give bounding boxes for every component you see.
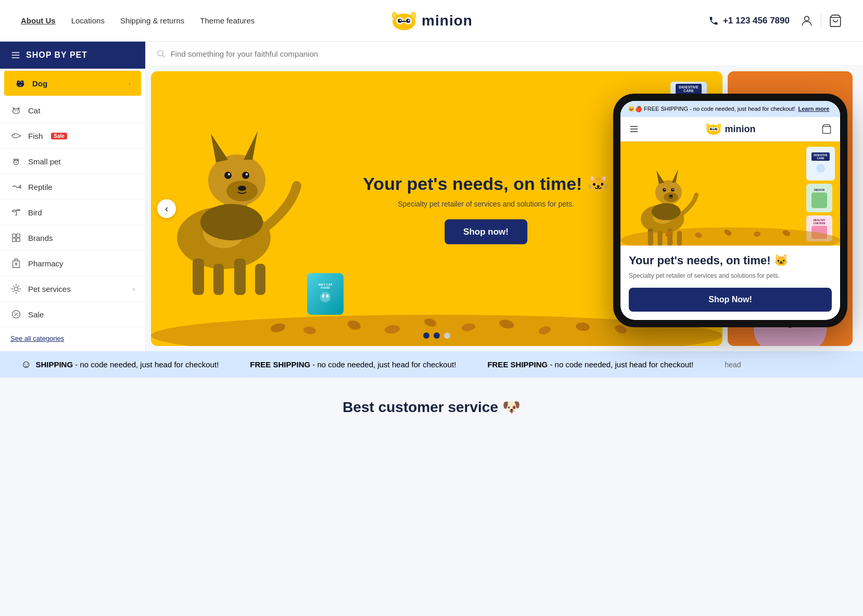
svg-rect-45 — [213, 264, 224, 295]
phone-hero-subtitle: Specialty pet retailer of services and s… — [629, 272, 832, 279]
svg-point-20 — [18, 82, 19, 83]
divider — [821, 15, 821, 27]
menu-icon — [10, 50, 21, 60]
hero-dots — [423, 332, 450, 339]
logo-icon — [390, 10, 417, 31]
phone-header: minion — [620, 117, 840, 142]
phone-icon — [708, 16, 719, 26]
svg-point-27 — [14, 159, 16, 161]
sale-icon — [10, 309, 22, 320]
bird-icon — [10, 207, 22, 218]
hero-cta-button[interactable]: Shop now! — [445, 219, 527, 244]
sidebar-item-cat[interactable]: Cat — [0, 98, 145, 123]
svg-rect-7 — [401, 21, 407, 22]
svg-point-18 — [17, 81, 20, 84]
sidebar-item-bird[interactable]: Bird — [0, 200, 145, 225]
svg-point-54 — [242, 172, 249, 179]
sale-badge: Sale — [51, 133, 67, 139]
svg-point-28 — [17, 159, 19, 161]
svg-point-23 — [15, 110, 16, 111]
top-nav: About Us Locations Shipping & returns Th… — [21, 16, 255, 25]
svg-rect-14 — [12, 52, 20, 53]
nav-theme[interactable]: Theme features — [200, 16, 255, 25]
shipping-overflow: head — [725, 361, 741, 369]
svg-rect-33 — [17, 234, 20, 237]
svg-point-116 — [671, 188, 675, 192]
phone-logo: minion — [705, 122, 756, 136]
phone-cart-icon[interactable] — [821, 124, 832, 134]
sidebar-item-sale[interactable]: Sale — [0, 302, 145, 327]
phone-frame: 🐱🍎 FREE SHIPPING - no code needed, just … — [613, 94, 847, 327]
wet-cat-food-can: WET CATFOOD — [307, 273, 344, 315]
header-right: +1 123 456 7890 — [708, 14, 842, 28]
chevron-right-icon: › — [133, 285, 135, 293]
cat-icon — [10, 105, 22, 116]
svg-point-38 — [14, 287, 18, 290]
petservices-icon — [10, 283, 22, 294]
svg-point-98 — [716, 129, 717, 130]
phone-menu-icon[interactable] — [629, 124, 639, 134]
hero-dot-2[interactable] — [434, 332, 440, 339]
phone-learn-more[interactable]: Learn more — [798, 105, 830, 113]
phone-hero: DIGESTIVECARE INDOOR HEALTHYCHICKEN — [620, 142, 840, 246]
phone-number: +1 123 456 7890 — [708, 16, 790, 26]
dog-illustration — [151, 71, 318, 295]
phone-logo-icon — [705, 122, 722, 136]
phone-cta-button[interactable]: Shop Now! — [629, 288, 832, 312]
sidebar-item-dog[interactable]: Dog › — [4, 71, 141, 96]
phone-screen: 🐱🍎 FREE SHIPPING - no code needed, just … — [620, 101, 840, 320]
hero-dot-1[interactable] — [423, 332, 429, 339]
hero-dot-3[interactable] — [444, 332, 450, 339]
nav-shipping[interactable]: Shipping & returns — [120, 16, 184, 25]
svg-marker-51 — [244, 131, 258, 160]
sidebar-item-reptile[interactable]: Reptile — [0, 174, 145, 200]
fish-icon — [10, 130, 22, 142]
search-icon — [156, 49, 166, 58]
phone-hero-title: Your pet's needs, on time! 🐱 — [629, 254, 832, 267]
svg-rect-32 — [12, 234, 16, 237]
svg-point-115 — [663, 188, 666, 192]
hero-subtitle: Specialty pet retailer of services and s… — [363, 199, 609, 208]
svg-rect-99 — [712, 129, 715, 130]
pharmacy-icon — [10, 258, 22, 269]
site-logo[interactable]: minion — [390, 10, 473, 31]
svg-point-55 — [228, 173, 230, 175]
sidebar-item-fish[interactable]: Fish Sale — [0, 123, 145, 149]
sidebar-item-petservices[interactable]: Pet services › — [0, 276, 145, 302]
svg-point-30 — [16, 162, 17, 163]
sidebar-item-pharmacy[interactable]: Pharmacy — [0, 251, 145, 276]
svg-rect-34 — [12, 238, 16, 241]
svg-rect-46 — [234, 259, 246, 295]
hero-prev-button[interactable]: ‹ — [157, 199, 176, 218]
nav-about-us[interactable]: About Us — [21, 16, 56, 25]
smile-icon: ☺ — [21, 358, 31, 370]
shipping-item-1: ☺ SHIPPING - no code needed, just head f… — [21, 358, 219, 370]
sidebar-item-smallpet[interactable]: Small pet — [0, 149, 145, 174]
svg-point-57 — [238, 186, 246, 191]
svg-rect-90 — [630, 129, 638, 130]
logo-text: minion — [422, 12, 473, 29]
svg-point-22 — [13, 109, 20, 113]
nav-locations[interactable]: Locations — [71, 16, 105, 25]
svg-point-64 — [320, 292, 331, 302]
svg-marker-113 — [671, 170, 678, 183]
svg-marker-112 — [656, 171, 664, 184]
user-icon[interactable] — [800, 14, 814, 28]
see-all-categories[interactable]: See all categories — [0, 327, 145, 351]
svg-point-97 — [710, 129, 712, 130]
phone-product-1: DIGESTIVECARE — [806, 147, 835, 181]
sidebar-header: SHOP BY PET — [0, 42, 145, 69]
site-header: About Us Locations Shipping & returns Th… — [0, 0, 863, 42]
hero-title: Your pet's needs, on time! 🐱 — [363, 173, 609, 195]
cart-icon[interactable] — [829, 14, 842, 28]
svg-point-118 — [672, 189, 674, 190]
svg-point-12 — [805, 16, 809, 21]
svg-point-24 — [17, 110, 18, 111]
svg-rect-89 — [630, 126, 638, 127]
shipping-item-3: FREE SHIPPING - no code needed, just hea… — [487, 360, 693, 369]
sidebar-item-brands[interactable]: Brands — [0, 225, 145, 251]
svg-rect-15 — [12, 55, 20, 56]
svg-rect-44 — [193, 259, 204, 295]
svg-point-119 — [669, 195, 672, 198]
search-input[interactable] — [171, 49, 853, 58]
